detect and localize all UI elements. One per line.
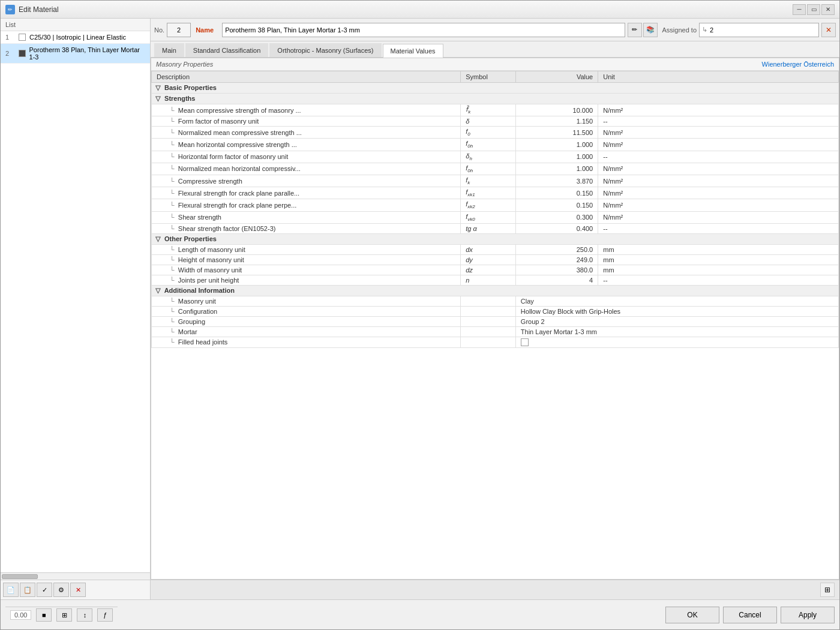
symbol-cell: dy xyxy=(461,254,516,265)
delete-material-button[interactable]: ✕ xyxy=(70,583,86,597)
symbol-cell: dx xyxy=(461,244,516,254)
value-cell: Clay xyxy=(515,296,838,306)
assigned-section: Assigned to ↳ 2 ✕ xyxy=(662,23,836,37)
value-cell: 380.0 xyxy=(515,265,598,275)
additional-toggle[interactable]: ▽ xyxy=(155,287,160,294)
desc-cell: └Mean horizontal compressive strength ..… xyxy=(152,139,461,151)
table-row: └Flexural strength for crack plane perpe… xyxy=(152,199,839,211)
apply-button[interactable]: Apply xyxy=(781,607,835,623)
symbol-cell: f0h xyxy=(461,163,516,175)
restore-button[interactable]: ▭ xyxy=(807,4,820,15)
ok-button[interactable]: OK xyxy=(665,607,719,623)
table-row: └Width of masonry unit dz 380.0 mm xyxy=(152,265,839,275)
status-value: 0.00 xyxy=(10,610,31,620)
desc-cell: └Flexural strength for crack plane perpe… xyxy=(152,199,461,211)
close-button[interactable]: ✕ xyxy=(821,4,835,15)
status-icon-3[interactable]: ↕ xyxy=(77,608,92,622)
status-icon-1[interactable]: ■ xyxy=(36,608,52,622)
brand-label: Wienerberger Österreich xyxy=(762,61,834,68)
value-cell: 1.000 xyxy=(515,163,598,175)
desc-cell: └Masonry unit xyxy=(152,296,461,306)
desc-cell: └Height of masonry unit xyxy=(152,254,461,265)
tab-material-values[interactable]: Material Values xyxy=(383,44,443,58)
material-list: 1 C25/30 | Isotropic | Linear Elastic 2 … xyxy=(1,31,150,572)
symbol-cell: δ xyxy=(461,116,516,127)
section-header-bar: Masonry Properties Wienerberger Österrei… xyxy=(151,58,839,71)
value-cell: 1.000 xyxy=(515,139,598,151)
table-row: └Mean compressive strength of masonry ..… xyxy=(152,104,839,116)
status-icon-2[interactable]: ⊞ xyxy=(56,608,72,622)
table-row: └Grouping Group 2 xyxy=(152,316,839,326)
table-row: └Mortar Thin Layer Mortar 1-3 mm xyxy=(152,326,839,337)
tab-standard[interactable]: Standard Classification xyxy=(185,43,269,57)
footer-bar: 0.00 ■ ⊞ ↕ ƒ OK Cancel Apply xyxy=(1,599,839,629)
edit-name-button[interactable]: ✏ xyxy=(628,23,642,37)
list-item-2-num: 2 xyxy=(5,50,15,57)
value-cell xyxy=(515,337,838,348)
clear-assigned-button[interactable]: ✕ xyxy=(821,23,836,37)
tab-main[interactable]: Main xyxy=(154,43,184,57)
additional-label: Additional Information xyxy=(164,287,235,294)
table-row: └Normalized mean horizontal compressiv..… xyxy=(152,163,839,175)
export-icon[interactable]: ⊞ xyxy=(820,583,835,597)
check-button[interactable]: ✓ xyxy=(37,583,52,597)
list-item-1[interactable]: 1 C25/30 | Isotropic | Linear Elastic xyxy=(1,31,150,44)
value-cell: 0.150 xyxy=(515,187,598,199)
browse-button[interactable]: 📚 xyxy=(643,23,658,37)
table-row: └Compressive strength fk 3.870 N/mm² xyxy=(152,175,839,187)
name-section: Name ✏ 📚 xyxy=(196,23,657,37)
cancel-button[interactable]: Cancel xyxy=(723,607,777,623)
table-row: └Horizontal form factor of masonry unit … xyxy=(152,151,839,163)
horizontal-scrollbar[interactable] xyxy=(1,572,150,580)
name-input[interactable] xyxy=(222,23,625,37)
right-panel: No. 2 Name ✏ 📚 Assigned to ↳ 2 xyxy=(151,19,839,599)
unit-cell: -- xyxy=(598,116,839,127)
desc-cell: └Width of masonry unit xyxy=(152,265,461,275)
scrollbar-thumb[interactable] xyxy=(2,574,38,579)
no-value: 2 xyxy=(167,23,191,37)
tab-content: Masonry Properties Wienerberger Österrei… xyxy=(151,58,839,580)
other-toggle[interactable]: ▽ xyxy=(155,235,160,242)
symbol-cell xyxy=(461,326,516,337)
list-item-2[interactable]: 2 Porotherm 38 Plan, Thin Layer Mortar 1… xyxy=(1,44,150,64)
desc-cell: └Flexural strength for crack plane paral… xyxy=(152,187,461,199)
app-icon: ✏ xyxy=(5,5,15,14)
value-cell: Thin Layer Mortar 1-3 mm xyxy=(515,326,838,337)
value-cell: 1.150 xyxy=(515,116,598,127)
unit-cell: N/mm² xyxy=(598,139,839,151)
status-icon-4[interactable]: ƒ xyxy=(97,608,113,622)
copy-material-button[interactable]: 📋 xyxy=(20,583,35,597)
list-item-2-text: Porotherm 38 Plan, Thin Layer Mortar 1-3 xyxy=(29,46,145,61)
unit-cell: N/mm² xyxy=(598,163,839,175)
table-row: └Height of masonry unit dy 249.0 mm xyxy=(152,254,839,265)
settings-button[interactable]: ⚙ xyxy=(53,583,69,597)
no-label: No. xyxy=(154,26,164,34)
unit-cell: -- xyxy=(598,275,839,285)
col-description: Description xyxy=(152,71,461,83)
symbol-cell: dz xyxy=(461,265,516,275)
strengths-label: Strengths xyxy=(164,95,195,102)
unit-cell: N/mm² xyxy=(598,199,839,211)
add-material-button[interactable]: 📄 xyxy=(3,583,19,597)
symbol-cell xyxy=(461,316,516,326)
basic-toggle[interactable]: ▽ xyxy=(155,84,160,91)
value-cell: 0.150 xyxy=(515,199,598,211)
col-symbol: Symbol xyxy=(461,71,516,83)
filled-head-joints-checkbox[interactable] xyxy=(521,338,529,346)
value-cell: 249.0 xyxy=(515,254,598,265)
desc-cell: └Shear strength xyxy=(152,211,461,223)
desc-cell: └Normalized mean compressive strength ..… xyxy=(152,127,461,139)
symbol-cell xyxy=(461,337,516,348)
top-bar: No. 2 Name ✏ 📚 Assigned to ↳ 2 xyxy=(151,19,839,41)
edit-material-window: ✏ Edit Material ─ ▭ ✕ List 1 C25/30 | Is… xyxy=(0,0,840,630)
symbol-cell: δh xyxy=(461,151,516,163)
tab-orthotropic[interactable]: Orthotropic - Masonry (Surfaces) xyxy=(269,43,381,57)
main-content: List 1 C25/30 | Isotropic | Linear Elast… xyxy=(1,19,839,599)
table-row: └Normalized mean compressive strength ..… xyxy=(152,127,839,139)
symbol-cell: fvk0 xyxy=(461,211,516,223)
table-row: └Form factor of masonry unit δ 1.150 -- xyxy=(152,116,839,127)
desc-cell: └Compressive strength xyxy=(152,175,461,187)
title-bar-controls: ─ ▭ ✕ xyxy=(793,4,835,15)
minimize-button[interactable]: ─ xyxy=(793,4,806,15)
strengths-toggle[interactable]: ▽ xyxy=(155,95,160,102)
